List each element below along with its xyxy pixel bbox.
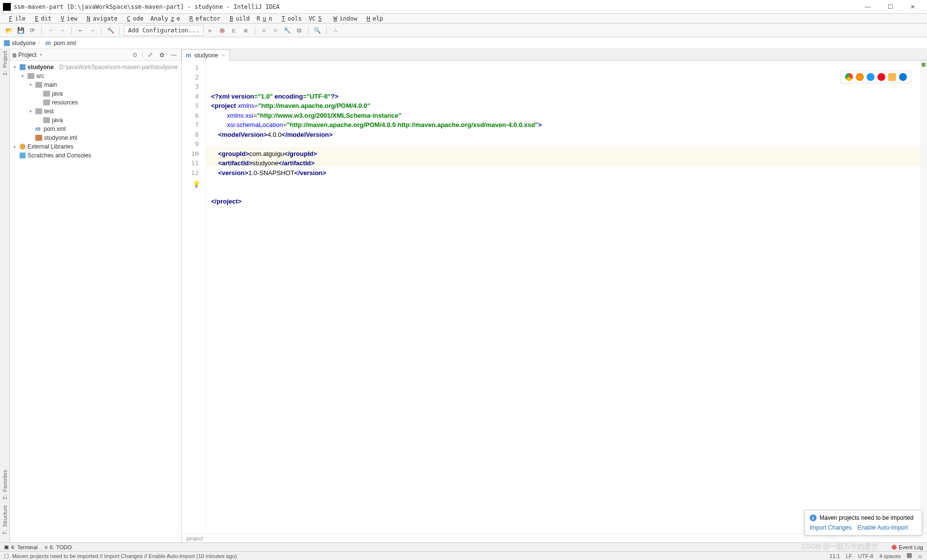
event-log-button[interactable]: Event Log bbox=[892, 544, 923, 550]
hector-icon[interactable]: ☺ bbox=[918, 553, 923, 559]
tree-external-libraries[interactable]: ▸External Libraries bbox=[10, 142, 181, 151]
menu-view[interactable]: View bbox=[56, 15, 80, 22]
tree-file-pom[interactable]: mpom.xml bbox=[10, 125, 181, 133]
layout-icon[interactable]: ⊞ bbox=[259, 25, 269, 35]
forward-icon[interactable]: → bbox=[87, 25, 97, 35]
info-icon: i bbox=[810, 514, 817, 521]
target-icon[interactable]: ⊙ bbox=[131, 51, 139, 59]
tree-folder-test-java[interactable]: java bbox=[10, 116, 181, 125]
maven-icon: m bbox=[46, 40, 51, 47]
settings-gear-icon[interactable]: ✿ bbox=[158, 51, 166, 59]
tree-root[interactable]: ▾studyone D:\javaWorkSpace\ssm-maven-par… bbox=[10, 63, 181, 72]
breadcrumb[interactable]: studyone bbox=[4, 40, 36, 47]
tree-file-iml[interactable]: studyone.iml bbox=[10, 133, 181, 142]
redo-icon[interactable]: ↷ bbox=[57, 25, 67, 35]
tree-folder-test[interactable]: ▾test bbox=[10, 107, 181, 116]
menu-edit[interactable]: Edit bbox=[30, 15, 54, 22]
project-view-selector[interactable]: ▤ Project bbox=[13, 51, 43, 58]
firefox-icon[interactable] bbox=[856, 73, 864, 81]
filter-icon[interactable]: ⛬ bbox=[331, 25, 341, 35]
editor-tab[interactable]: m studyone × bbox=[182, 50, 230, 61]
folder-icon bbox=[27, 73, 34, 79]
run-configuration-dropdown[interactable]: Add Configuration... bbox=[124, 25, 204, 36]
project-panel-header: ▤ Project ⊙ ⤢ ✿ — bbox=[10, 49, 181, 61]
menu-build[interactable]: Build bbox=[225, 15, 252, 22]
intention-bulb-icon[interactable]: 💡 bbox=[192, 179, 199, 186]
maximize-button[interactable]: ☐ bbox=[879, 0, 901, 14]
module-icon bbox=[4, 40, 10, 46]
library-icon bbox=[20, 144, 26, 150]
close-tab-icon[interactable]: × bbox=[222, 52, 225, 58]
tree-folder-src[interactable]: ▾src bbox=[10, 72, 181, 80]
settings-icon[interactable]: 🔧 bbox=[283, 25, 292, 35]
project-tool-window: ▤ Project ⊙ ⤢ ✿ — ▾studyone D:\javaWorkS… bbox=[10, 49, 182, 542]
debug-icon[interactable]: 🐞 bbox=[217, 25, 227, 35]
opera-icon[interactable] bbox=[877, 73, 885, 81]
line-separator[interactable]: LF bbox=[846, 553, 852, 559]
editor-scrollbar[interactable] bbox=[920, 61, 927, 534]
menu-analyze[interactable]: Analyze bbox=[148, 15, 183, 22]
editor-body[interactable]: 123456789101112 <?xml version="1.0" enco… bbox=[182, 61, 927, 534]
menu-navigate[interactable]: Navigate bbox=[82, 15, 120, 22]
menu-file[interactable]: File bbox=[4, 15, 28, 22]
notification-title: Maven projects need to be imported bbox=[820, 514, 913, 521]
import-changes-link[interactable]: Import Changes bbox=[810, 524, 851, 531]
tree-folder-resources[interactable]: resources bbox=[10, 98, 181, 107]
project-structure-icon[interactable]: ⧉ bbox=[294, 25, 304, 35]
close-button[interactable]: ✕ bbox=[901, 0, 924, 14]
app-logo-icon bbox=[3, 3, 11, 11]
menu-code[interactable]: Code bbox=[122, 15, 146, 22]
tool-button-project[interactable]: 1: Project bbox=[1, 51, 8, 76]
coverage-icon[interactable]: ◧ bbox=[229, 25, 239, 35]
safari-icon[interactable] bbox=[867, 73, 874, 81]
terminal-tool-button[interactable]: ▣ 4: Terminal bbox=[4, 544, 38, 550]
profile-icon[interactable]: ⊡ bbox=[271, 25, 281, 35]
status-widget-box-icon[interactable]: ▢ bbox=[4, 553, 9, 559]
run-icon[interactable]: ▶ bbox=[206, 25, 215, 35]
enable-auto-import-link[interactable]: Enable Auto-Import bbox=[857, 524, 908, 531]
project-tree[interactable]: ▾studyone D:\javaWorkSpace\ssm-maven-par… bbox=[10, 61, 181, 542]
stop-icon[interactable]: ■ bbox=[241, 25, 251, 35]
menu-help[interactable]: Help bbox=[362, 15, 386, 22]
browser-preview-bar bbox=[841, 71, 911, 83]
scratch-icon bbox=[20, 153, 26, 158]
collapse-all-icon[interactable]: ⤢ bbox=[146, 51, 155, 59]
build-icon[interactable]: 🔨 bbox=[106, 25, 115, 35]
menu-vcs[interactable]: VCS bbox=[306, 15, 327, 22]
save-icon[interactable]: 💾 bbox=[16, 25, 26, 35]
tool-button-structure[interactable]: 7: Structure bbox=[1, 505, 8, 535]
breadcrumb-separator: 〉 bbox=[38, 39, 44, 47]
menu-refactor[interactable]: Refactor bbox=[185, 15, 223, 22]
open-icon[interactable]: 📂 bbox=[4, 25, 14, 35]
yandex-icon[interactable] bbox=[888, 73, 896, 81]
menu-run[interactable]: Run bbox=[254, 15, 275, 22]
title-bar: ssm-maven-part [D:\javaWorkSpace\ssm-mav… bbox=[0, 0, 927, 14]
status-message: Maven projects need to be imported // Im… bbox=[12, 553, 237, 559]
tool-button-favorites[interactable]: 2: Favorites bbox=[1, 470, 8, 500]
file-encoding[interactable]: UTF-8 bbox=[858, 553, 874, 559]
tree-folder-main[interactable]: ▾main bbox=[10, 80, 181, 89]
search-icon[interactable]: 🔍 bbox=[313, 25, 322, 35]
back-icon[interactable]: ← bbox=[76, 25, 85, 35]
tree-folder-java[interactable]: java bbox=[10, 89, 181, 98]
chrome-icon[interactable] bbox=[845, 73, 853, 81]
undo-icon[interactable]: ↶ bbox=[46, 25, 55, 35]
readonly-lock-icon[interactable] bbox=[907, 553, 912, 559]
separator bbox=[255, 26, 255, 34]
hide-panel-icon[interactable]: — bbox=[169, 51, 178, 59]
sync-icon[interactable]: ⟳ bbox=[27, 25, 37, 35]
todo-tool-button[interactable]: ≡ 6: TODO bbox=[45, 544, 72, 550]
breadcrumb[interactable]: m pom.xml bbox=[46, 40, 76, 47]
folder-icon bbox=[43, 100, 50, 105]
code-content[interactable]: <?xml version="1.0" encoding="UTF-8"?> <… bbox=[206, 61, 927, 534]
menu-window[interactable]: Window bbox=[329, 15, 360, 22]
tree-scratches[interactable]: Scratches and Consoles bbox=[10, 151, 181, 160]
edge-icon[interactable] bbox=[899, 73, 907, 81]
minimize-button[interactable]: — bbox=[856, 0, 879, 14]
left-tool-stripe: 1: Project 2: Favorites 7: Structure bbox=[0, 49, 10, 542]
menu-tools[interactable]: Tools bbox=[277, 15, 304, 22]
separator bbox=[308, 26, 309, 34]
indent-info[interactable]: 4 spaces bbox=[879, 553, 901, 559]
tab-label: studyone bbox=[194, 52, 218, 59]
caret-position[interactable]: 11:1 bbox=[829, 553, 840, 559]
